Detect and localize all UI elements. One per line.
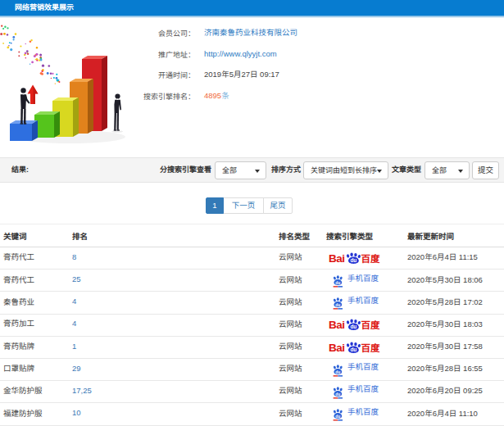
svg-text:du: du <box>335 414 340 419</box>
svg-text:du: du <box>350 257 356 263</box>
svg-text:du: du <box>335 392 340 397</box>
svg-text:百度: 百度 <box>361 343 380 353</box>
svg-text:Bai: Bai <box>329 341 345 353</box>
svg-text:du: du <box>335 280 340 285</box>
svg-text:du: du <box>350 324 356 330</box>
svg-text:Bai: Bai <box>329 319 345 331</box>
svg-text:百度: 百度 <box>361 320 380 330</box>
svg-text:百度: 百度 <box>361 254 380 264</box>
svg-text:du: du <box>350 347 356 352</box>
svg-text:Bai: Bai <box>329 252 345 264</box>
svg-text:du: du <box>335 302 340 307</box>
svg-text:du: du <box>335 369 340 374</box>
